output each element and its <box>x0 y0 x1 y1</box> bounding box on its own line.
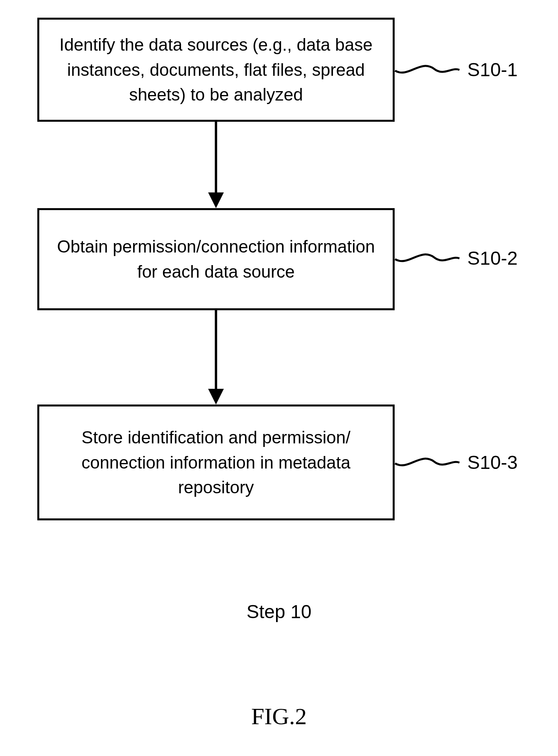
figure-caption: FIG.2 <box>0 703 558 730</box>
label-connector-3 <box>0 0 558 756</box>
flow-label-3: S10-3 <box>467 452 518 473</box>
diagram-canvas: Identify the data sources (e.g., data ba… <box>0 0 558 756</box>
step-caption: Step 10 <box>0 601 558 622</box>
